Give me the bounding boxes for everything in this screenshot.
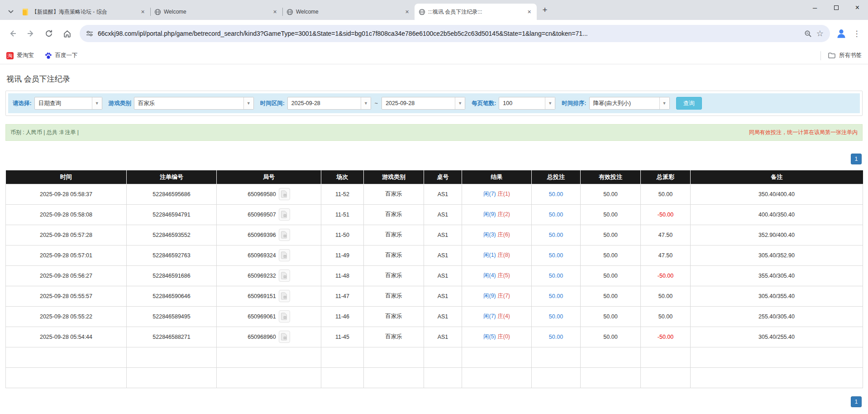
cell-total-bet: 50.00 xyxy=(532,327,581,347)
date-to-select[interactable]: 2025-09-28 ▼ xyxy=(382,97,465,110)
sum-total-bet: 400.00 xyxy=(532,367,581,388)
total-bet-link[interactable]: 50.00 xyxy=(549,232,563,238)
all-bookmarks[interactable]: 所有书签 xyxy=(820,51,862,60)
cell-note: 305.40/352.90 xyxy=(691,245,863,265)
bet-record-row: 2025-09-28 05:58:37522846595686650969580… xyxy=(6,184,863,204)
bookmark-taobao[interactable]: 淘 爱淘宝 xyxy=(6,52,34,59)
sum-label: 总计 xyxy=(6,367,127,388)
browser-tab-bet-record[interactable]: :::视讯 会员下注纪录::: × xyxy=(415,4,537,20)
video-replay-icon[interactable] xyxy=(279,188,290,200)
chevron-down-icon[interactable]: ▼ xyxy=(92,97,102,109)
cell-session: 11-46 xyxy=(321,306,364,327)
chevron-down-icon[interactable]: ▼ xyxy=(545,97,555,109)
zoom-icon[interactable] xyxy=(804,30,812,38)
browser-tab-welcome-2[interactable]: Welcome × xyxy=(282,4,415,20)
per-page-select[interactable]: 100 ▼ xyxy=(499,97,555,110)
back-icon[interactable] xyxy=(5,25,21,42)
cell-time: 2025-09-28 05:58:08 xyxy=(6,204,127,225)
cell-round-id: 650969396 xyxy=(217,225,321,245)
query-type-value: 日期查询 xyxy=(35,97,92,109)
video-replay-icon[interactable] xyxy=(279,310,290,323)
tab-close-icon[interactable]: × xyxy=(139,8,147,16)
cell-table-no: AS1 xyxy=(424,306,462,327)
header-time: 时间 xyxy=(6,170,127,184)
date-from-select[interactable]: 2025-09-28 ▼ xyxy=(287,97,371,110)
total-bet-link[interactable]: 50.00 xyxy=(549,313,563,320)
cell-time: 2025-09-28 05:56:27 xyxy=(6,265,127,286)
new-tab-button[interactable]: + xyxy=(539,4,551,16)
cell-total-bet: 50.00 xyxy=(532,306,581,327)
cell-payout: 50.00 xyxy=(641,286,691,306)
total-bet-link[interactable]: 50.00 xyxy=(549,212,563,218)
window-maximize-button[interactable] xyxy=(825,0,847,15)
total-bet-link[interactable]: 50.00 xyxy=(549,273,563,279)
result-player: 闲(3) xyxy=(483,231,496,238)
globe-favicon xyxy=(286,8,293,15)
url-text[interactable]: 66cxkj98.com/ipl/portal.php/game/betreco… xyxy=(98,30,800,37)
cell-valid-bet: 50.00 xyxy=(581,204,641,225)
cell-round-id: 650969232 xyxy=(217,265,321,286)
query-type-label: 请选择: xyxy=(13,100,32,107)
bookmark-star-icon[interactable]: ☆ xyxy=(816,29,824,39)
cell-time: 2025-09-28 05:54:44 xyxy=(6,327,127,347)
browser-tab-forum[interactable]: 【新提醒】海燕策略论坛 - 综合 × xyxy=(18,4,150,20)
forward-icon[interactable] xyxy=(23,25,39,42)
tab-close-icon[interactable]: × xyxy=(525,8,533,16)
cell-valid-bet: 50.00 xyxy=(581,184,641,204)
total-bet-link[interactable]: 50.00 xyxy=(549,293,563,299)
video-replay-icon[interactable] xyxy=(279,331,290,343)
chevron-down-icon[interactable]: ▼ xyxy=(455,97,465,109)
browser-tab-welcome-1[interactable]: Welcome × xyxy=(150,4,282,20)
page-1-button[interactable]: 1 xyxy=(851,396,862,407)
cell-table-no: AS1 xyxy=(424,225,462,245)
window-close-button[interactable]: × xyxy=(847,0,868,15)
page-1-button[interactable]: 1 xyxy=(851,154,862,164)
address-bar[interactable]: 66cxkj98.com/ipl/portal.php/game/betreco… xyxy=(80,25,830,42)
query-type-select[interactable]: 日期查询 ▼ xyxy=(34,97,102,110)
tab-search-chevron-icon[interactable] xyxy=(5,5,17,18)
cell-bet-id: 522846588271 xyxy=(127,327,217,347)
bet-record-row: 2025-09-28 05:56:27522846591686650969232… xyxy=(6,265,863,286)
round-number: 650969151 xyxy=(248,293,276,299)
cell-valid-bet: 50.00 xyxy=(581,327,641,347)
search-button[interactable]: 查询 xyxy=(676,97,702,110)
window-minimize-button[interactable]: ─ xyxy=(804,0,825,15)
header-bet-id: 注单编号 xyxy=(127,170,217,184)
video-replay-icon[interactable] xyxy=(279,208,290,221)
cell-round-id: 650969151 xyxy=(217,286,321,306)
result-banker: 庄(0) xyxy=(497,333,510,340)
browser-menu-icon[interactable]: ⋮ xyxy=(850,29,863,39)
result-banker: 庄(2) xyxy=(497,211,510,217)
result-player: 闲(7) xyxy=(483,191,496,197)
total-bet-link[interactable]: 50.00 xyxy=(549,252,563,259)
tab-close-icon[interactable]: × xyxy=(403,8,411,16)
bookmark-baidu[interactable]: 百度一下 xyxy=(45,52,78,59)
site-settings-icon[interactable] xyxy=(86,30,93,37)
game-type-select[interactable]: 百家乐 ▼ xyxy=(134,97,254,110)
home-icon[interactable] xyxy=(59,25,75,42)
total-bet-link[interactable]: 50.00 xyxy=(549,191,563,197)
profile-avatar[interactable] xyxy=(835,27,848,40)
bookmarks-bar: 淘 爱淘宝 百度一下 所有书签 xyxy=(0,47,868,64)
video-replay-icon[interactable] xyxy=(279,270,290,282)
chevron-down-icon[interactable]: ▼ xyxy=(659,97,669,109)
video-replay-icon[interactable] xyxy=(279,249,290,261)
sort-select[interactable]: 降幂(由大到小) ▼ xyxy=(589,97,670,110)
total-bet-link[interactable]: 50.00 xyxy=(549,334,563,340)
cell-game-type: 百家乐 xyxy=(364,265,424,286)
video-replay-icon[interactable] xyxy=(279,290,290,302)
tab-close-icon[interactable]: × xyxy=(271,8,279,16)
reload-icon[interactable] xyxy=(41,25,57,42)
header-table-no: 桌号 xyxy=(424,170,462,184)
cell-table-no: AS1 xyxy=(424,286,462,306)
sum-valid-bet: 400.00 xyxy=(581,347,641,367)
cell-total-bet: 50.00 xyxy=(532,245,581,265)
cell-game-type: 百家乐 xyxy=(364,204,424,225)
tab-title: Welcome xyxy=(296,9,401,15)
cell-result: 闲(9) 庄(2) xyxy=(462,204,532,225)
date-to-value: 2025-09-28 xyxy=(382,97,455,109)
chevron-down-icon[interactable]: ▼ xyxy=(243,97,253,109)
chevron-down-icon[interactable]: ▼ xyxy=(361,97,371,109)
video-replay-icon[interactable] xyxy=(279,229,290,241)
cell-valid-bet: 50.00 xyxy=(581,225,641,245)
